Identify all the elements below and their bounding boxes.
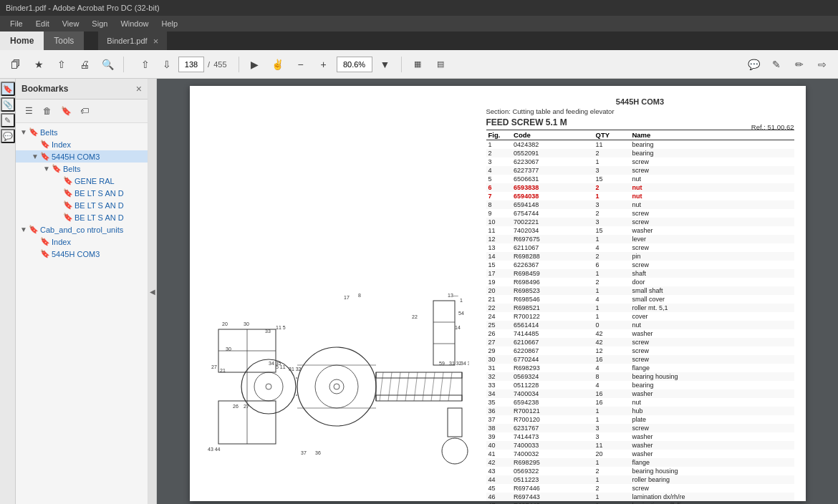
svg-point-28 [442, 438, 468, 464]
zoom-out-button[interactable]: − [291, 54, 311, 74]
marquee-select[interactable]: ▤ [430, 54, 451, 74]
attachment-panel-button[interactable]: 📎 [1, 97, 15, 112]
cell-fig: 45 [486, 484, 512, 493]
cell-code: 6227377 [511, 166, 593, 175]
cell-fig: 21 [486, 295, 512, 304]
highlight-button[interactable]: ✎ [766, 54, 786, 74]
belts-and-3-icon: 🔖 [63, 213, 73, 222]
bookmark-list-button[interactable]: ☰ [20, 102, 37, 120]
cell-qty: 1 [594, 269, 630, 278]
menu-edit[interactable]: Edit [30, 18, 55, 29]
cell-code: R698523 [511, 286, 593, 295]
cell-name: lamination dx/rh/re [630, 493, 794, 501]
new-button[interactable]: 🗍 [6, 54, 26, 74]
cell-fig: 27 [486, 338, 512, 346]
cell-fig: 25 [486, 321, 512, 329]
sidebar-close-button[interactable]: × [136, 83, 142, 94]
select-tool[interactable]: ▶ [245, 54, 265, 74]
zoom-input[interactable] [337, 57, 372, 72]
cell-name: washer [630, 226, 794, 235]
cell-name: nut [630, 192, 794, 200]
belts-sub-icon: 🔖 [52, 164, 62, 173]
menu-sign[interactable]: Sign [86, 18, 113, 29]
cell-qty: 2 [594, 467, 630, 475]
bookmark-5445h[interactable]: ▼ 🔖 5445H COM3 [16, 150, 148, 163]
table-row: 34740003416washer [486, 389, 794, 398]
tab-document[interactable]: Binder1.pdf × [98, 32, 167, 50]
separator-2 [239, 57, 239, 72]
hand-tool[interactable]: ✌ [268, 54, 288, 74]
cell-qty: 6 [594, 261, 630, 269]
bookmark-belts[interactable]: ▼ 🔖 Belts [16, 126, 148, 138]
cell-qty: 3 [594, 218, 630, 226]
table-row: 205520912bearing [486, 149, 794, 158]
bookmark-tag-button[interactable]: 🏷 [76, 102, 93, 120]
prev-page-button[interactable]: ⇧ [135, 54, 155, 74]
cell-fig: 34 [486, 389, 512, 398]
cell-code: 6594238 [511, 398, 593, 407]
index-belts-icon: 🔖 [40, 140, 50, 149]
svg-rect-27 [448, 408, 462, 437]
cell-fig: 5 [486, 175, 512, 183]
table-row: 1042438211bearing [486, 140, 794, 150]
search-button[interactable]: 🔍 [97, 54, 117, 74]
draw-button[interactable]: ✏ [789, 54, 809, 74]
cab-label: Cab_and_co ntrol_units [40, 226, 123, 234]
bookmark-delete-button[interactable]: 🗑 [39, 102, 56, 120]
cell-name: flange [630, 458, 794, 467]
technical-drawing: 17 8 13— 1 14 54 22 20 30 27 21 26 27 43… [204, 100, 469, 487]
cell-code: 6593838 [511, 183, 593, 192]
bookmark-index-cab[interactable]: 🔖 Index [16, 236, 148, 248]
zoom-in-button[interactable]: + [314, 54, 334, 74]
cell-name: washer [630, 389, 794, 398]
menu-file[interactable]: File [4, 18, 29, 29]
bookmark-5445h-2[interactable]: 🔖 5445H COM3 [16, 248, 148, 260]
bookmark-general[interactable]: 🔖 GENE RAL [16, 175, 148, 187]
next-page-button[interactable]: ⇩ [157, 54, 177, 74]
sidebar-collapse-handle[interactable]: ◀ [148, 79, 157, 504]
5445h-2-label: 5445H COM3 [52, 250, 100, 258]
page-navigation: ⇧ ⇩ / 455 [135, 54, 227, 74]
svg-point-30 [266, 384, 271, 389]
bookmark-belts-and-1[interactable]: 🔖 BE LT S AN D [16, 187, 148, 199]
bookmark-belts-and-3[interactable]: 🔖 BE LT S AN D [16, 211, 148, 223]
bookmark-cab[interactable]: ▼ 🔖 Cab_and_co ntrol_units [16, 223, 148, 236]
svg-text:11 5: 11 5 [276, 325, 286, 330]
zoom-dropdown[interactable]: ▼ [375, 54, 395, 74]
cell-code: R697446 [511, 484, 593, 493]
bookmark-index-belts[interactable]: 🔖 Index [16, 138, 148, 150]
bookmark-new-button[interactable]: 🔖 [57, 102, 74, 120]
pdf-content-area[interactable]: 17 8 13— 1 14 54 22 20 30 27 21 26 27 43… [157, 79, 838, 504]
bookmark-belts-sub[interactable]: ▼ 🔖 Belts [16, 163, 148, 175]
bookmarks-panel-button[interactable]: 🔖 [1, 82, 15, 96]
cell-fig: 33 [486, 381, 512, 389]
signature-panel-button[interactable]: ✎ [1, 113, 15, 127]
cell-fig: 30 [486, 355, 512, 364]
comment-panel-button[interactable]: 💬 [1, 129, 15, 143]
cell-fig: 9 [486, 209, 512, 218]
upload-button[interactable]: ⇧ [52, 54, 72, 74]
tab-home[interactable]: Home [0, 32, 44, 50]
belts-and-3-label: BE LT S AN D [74, 213, 124, 222]
page-number-input[interactable] [178, 57, 204, 72]
5445h-arrow: ▼ [30, 152, 40, 160]
star-button[interactable]: ★ [29, 54, 49, 74]
tab-bar: Home Tools Binder1.pdf × [0, 32, 838, 50]
cell-name: plate [630, 415, 794, 424]
menu-help[interactable]: Help [156, 18, 184, 29]
table-row: 22R6985211roller mt. 5,1 [486, 304, 794, 312]
share-button[interactable]: ⇨ [812, 54, 832, 74]
cell-fig: 43 [486, 467, 512, 475]
print-button[interactable]: 🖨 [74, 54, 95, 74]
comment-button[interactable]: 💬 [743, 54, 764, 74]
menu-view[interactable]: View [57, 18, 85, 29]
cell-name: roller mt. 5,1 [630, 304, 794, 312]
tab-tools[interactable]: Tools [44, 32, 84, 50]
pdf-page: 17 8 13— 1 14 54 22 20 30 27 21 26 27 43… [190, 86, 806, 501]
bookmark-belts-and-2[interactable]: 🔖 BE LT S AN D [16, 199, 148, 211]
cell-fig: 19 [486, 278, 512, 286]
tab-close-button[interactable]: × [153, 36, 159, 47]
marquee-zoom[interactable]: ▦ [408, 54, 428, 74]
menu-window[interactable]: Window [115, 18, 154, 29]
svg-rect-24 [433, 301, 455, 365]
